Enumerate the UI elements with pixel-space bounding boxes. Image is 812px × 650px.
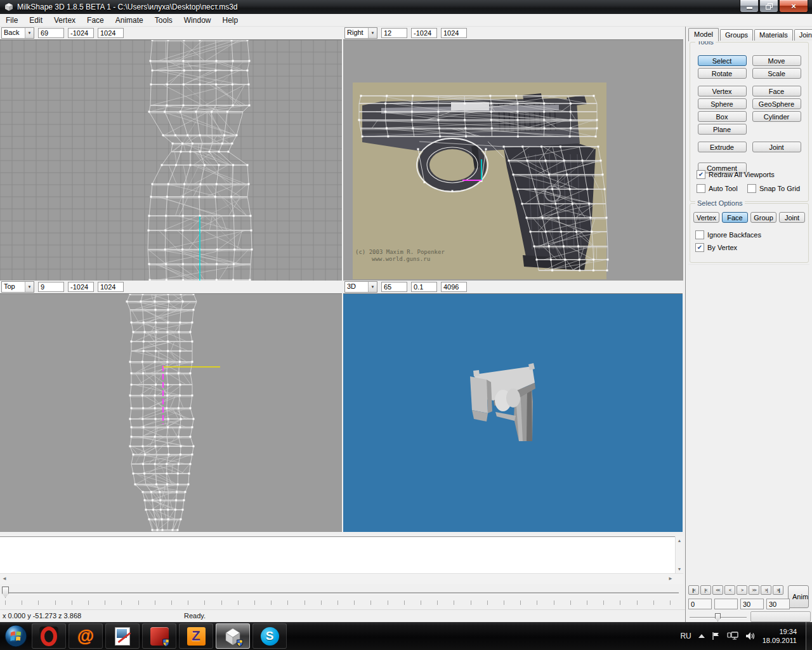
animation-frame-slider[interactable] xyxy=(690,613,747,622)
menu-item-vertex[interactable]: Vertex xyxy=(48,15,81,26)
viewport-3d[interactable] xyxy=(343,293,683,532)
viewport-persp-param-1[interactable] xyxy=(411,282,437,292)
transport-go-last-button[interactable]: >|| xyxy=(773,585,783,595)
viewport-back-param-2[interactable] xyxy=(98,28,124,38)
animation-field-2[interactable] xyxy=(740,599,764,609)
tray-clock[interactable]: 19:34 18.09.2011 xyxy=(763,627,797,645)
scroll-down-icon[interactable]: ▼ xyxy=(676,566,683,573)
tool-button-move[interactable]: Move xyxy=(752,55,801,66)
redraw-all-viewports-option-checkbox[interactable]: ✔ xyxy=(697,170,705,179)
viewport-right-param-2[interactable] xyxy=(441,28,467,38)
tool-button-rotate[interactable]: Rotate xyxy=(698,68,747,79)
network-icon[interactable] xyxy=(727,632,738,640)
viewport-back-param-0[interactable] xyxy=(38,28,64,38)
redraw-all-viewports-option[interactable]: ✔Redraw All Viewports xyxy=(697,170,775,179)
viewport-mode-dropdown-back[interactable]: Back▼ xyxy=(1,27,34,39)
animation-field-0[interactable] xyxy=(688,599,712,609)
viewport-right[interactable]: (c) 2003 Maxim R. Popenker www.world.gun… xyxy=(343,39,683,281)
menu-item-face[interactable]: Face xyxy=(81,15,110,26)
viewport-mode-dropdown-persp[interactable]: 3D▼ xyxy=(344,281,377,293)
viewport-mode-dropdown-top[interactable]: Top▼ xyxy=(1,281,34,293)
animation-extra-button[interactable] xyxy=(750,611,811,622)
auto-tool-option-checkbox[interactable] xyxy=(697,184,705,193)
tool-button-joint[interactable]: Joint xyxy=(752,142,801,152)
transport-fast-forward-button[interactable]: >> xyxy=(749,585,759,595)
language-indicator[interactable]: RU xyxy=(680,632,691,640)
tool-button-geosphere[interactable]: GeoSphere xyxy=(752,98,801,109)
viewport-persp-param-2[interactable] xyxy=(441,282,467,292)
scroll-up-icon[interactable]: ▲ xyxy=(676,537,683,544)
viewport-top-param-1[interactable] xyxy=(68,282,94,292)
viewport-top[interactable] xyxy=(0,293,342,532)
scroll-right-icon[interactable]: ► xyxy=(668,576,673,581)
tab-materials[interactable]: Materials xyxy=(754,29,793,41)
z-app-taskbar-button[interactable]: Z xyxy=(179,623,213,649)
message-area[interactable] xyxy=(0,536,675,573)
ignore-backfaces-option[interactable]: Ignore Backfaces xyxy=(695,230,761,239)
start-button[interactable] xyxy=(3,623,29,649)
message-vertical-scrollbar[interactable]: ▲ ▼ xyxy=(675,536,683,573)
tool-button-box[interactable]: Box xyxy=(698,111,747,122)
timeline-thumb[interactable] xyxy=(2,587,9,598)
mailru-taskbar-button[interactable]: @ xyxy=(69,623,103,649)
transport-go-first-button[interactable]: ||< xyxy=(688,585,699,595)
speaker-icon[interactable] xyxy=(745,632,756,640)
viewport-mode-dropdown-right[interactable]: Right▼ xyxy=(344,27,377,39)
menu-item-file[interactable]: File xyxy=(0,15,23,26)
auto-tool-option[interactable]: Auto Tool xyxy=(697,184,738,193)
transport-next-keyframe-button[interactable]: >| xyxy=(761,585,771,595)
tool-button-extrude[interactable]: Extrude xyxy=(698,142,747,152)
animation-field-1[interactable] xyxy=(714,599,738,609)
guard-app-taskbar-button[interactable] xyxy=(142,623,176,649)
scroll-left-icon[interactable]: ◄ xyxy=(2,576,7,581)
tool-button-scale[interactable]: Scale xyxy=(752,68,801,79)
skype-taskbar-button[interactable]: S xyxy=(252,623,287,649)
action-center-flag-icon[interactable] xyxy=(712,632,720,640)
tab-joints[interactable]: Joints xyxy=(794,29,812,41)
ignore-backfaces-option-checkbox[interactable] xyxy=(695,230,704,239)
transport-step-backward-button[interactable]: < xyxy=(724,585,735,595)
viewport-right-param-1[interactable] xyxy=(411,28,437,38)
snap-to-grid-option[interactable]: Snap To Grid xyxy=(747,184,800,193)
transport-prev-keyframe-button[interactable]: |< xyxy=(700,585,711,595)
viewport-back-param-1[interactable] xyxy=(68,28,94,38)
restore-button[interactable] xyxy=(759,0,778,13)
tool-button-sphere[interactable]: Sphere xyxy=(698,98,747,109)
menu-item-tools[interactable]: Tools xyxy=(149,15,178,26)
show-desktop-button[interactable] xyxy=(806,622,812,650)
tool-button-face[interactable]: Face xyxy=(752,86,801,96)
menu-item-window[interactable]: Window xyxy=(178,15,217,26)
frame-slider-thumb[interactable] xyxy=(715,613,721,621)
tool-button-cylinder[interactable]: Cylinder xyxy=(752,111,801,122)
tool-button-plane[interactable]: Plane xyxy=(698,124,747,135)
anim-toggle-button[interactable]: Anim xyxy=(788,585,809,608)
milkshape-taskbar-button[interactable] xyxy=(216,623,250,649)
animation-timeline[interactable] xyxy=(0,585,684,609)
select-mode-group[interactable]: Group xyxy=(750,212,776,223)
viewport-top-param-2[interactable] xyxy=(98,282,124,292)
animation-field-3[interactable] xyxy=(766,599,790,609)
transport-fast-backward-button[interactable]: << xyxy=(712,585,723,595)
opera-taskbar-button[interactable] xyxy=(32,623,66,649)
image-editor-taskbar-button[interactable] xyxy=(105,623,140,649)
timeline-track[interactable] xyxy=(4,592,679,594)
minimize-button[interactable] xyxy=(740,0,759,13)
transport-step-forward-button[interactable]: > xyxy=(737,585,747,595)
viewport-right-param-0[interactable] xyxy=(381,28,407,38)
select-mode-face[interactable]: Face xyxy=(722,212,748,223)
close-button[interactable]: × xyxy=(779,0,808,13)
viewport-persp-param-0[interactable] xyxy=(381,282,407,292)
by-vertex-option-checkbox[interactable]: ✔ xyxy=(695,243,704,252)
viewport-top-param-0[interactable] xyxy=(38,282,64,292)
tab-groups[interactable]: Groups xyxy=(720,29,753,41)
menu-item-animate[interactable]: Animate xyxy=(110,15,149,26)
menu-item-edit[interactable]: Edit xyxy=(23,15,48,26)
message-horizontal-scrollbar[interactable]: ◄ ► xyxy=(0,573,683,584)
tool-button-select[interactable]: Select xyxy=(698,55,747,66)
select-mode-vertex[interactable]: Vertex xyxy=(693,212,719,223)
show-hidden-icons-icon[interactable] xyxy=(698,634,705,638)
viewport-back[interactable] xyxy=(0,39,342,281)
menu-item-help[interactable]: Help xyxy=(216,15,244,26)
snap-to-grid-option-checkbox[interactable] xyxy=(747,184,756,193)
by-vertex-option[interactable]: ✔By Vertex xyxy=(695,243,737,252)
